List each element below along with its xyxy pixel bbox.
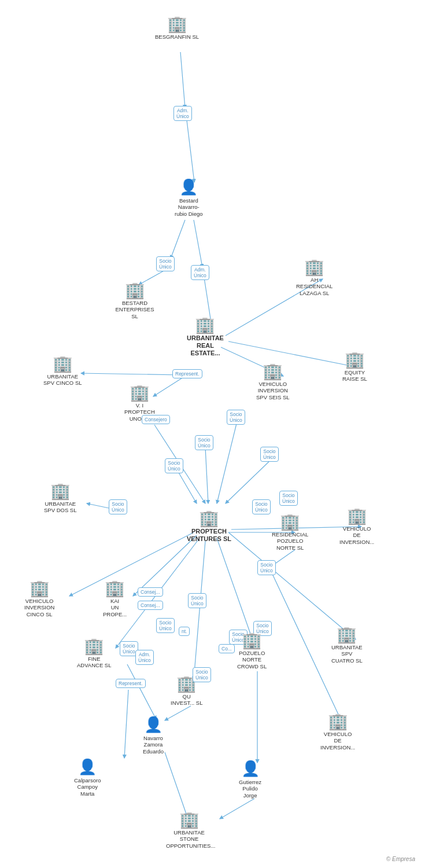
node-socio-unico-b: SocioÚnico: [156, 256, 175, 271]
building-icon-urbanitae-re: 🏢: [195, 317, 215, 333]
svg-line-22: [194, 541, 205, 680]
building-icon-urbanitae-cinco: 🏢: [53, 356, 73, 372]
label-urbanitae-cinco: URBANITAESPV CINCO SL: [43, 373, 82, 387]
node-socio-unico-2: SocioÚnico: [195, 435, 213, 450]
node-socio-unico-u2: SocioÚnico: [109, 499, 127, 514]
label-equity-raise: EQUITYRAISE SL: [342, 369, 367, 382]
node-besgranfin: 🏢 BESGRANFIN SL: [155, 16, 199, 40]
building-icon-kai-un: 🏢: [105, 580, 125, 597]
node-kai-un: 🏢 KAIUNPROPE...: [103, 580, 127, 617]
building-icon-vehiculo-inv-d: 🏢: [347, 508, 367, 524]
building-icon-equity: 🏢: [345, 352, 365, 368]
node-residencial-poz: 🏢 RESIDENCIALPOZUELONORTE SL: [272, 514, 308, 551]
graph-container: 🏢 BESGRANFIN SL Adm.Único 👤 BestardNavar…: [0, 0, 421, 868]
building-icon-urbanitae-cuatro: 🏢: [337, 627, 357, 643]
node-bestard-ent: 🏢 BESTARDENTERPRISES SL: [112, 282, 158, 319]
person-icon-navarro: 👤: [144, 716, 163, 734]
node-bestard-person: 👤 BestardNavarro-rubio Diego: [175, 178, 203, 217]
building-icon-besgranfin: 🏢: [167, 16, 187, 32]
badge-consejero: Consejero: [142, 415, 170, 424]
svg-line-30: [272, 573, 341, 720]
badge-socio-unico-u2: SocioÚnico: [109, 499, 127, 514]
badge-represent-1: Represent.: [172, 369, 202, 378]
building-icon-bestard-ent: 🏢: [125, 282, 145, 299]
node-calparsoro: 👤 CalparsoroCampoyMarta: [74, 758, 101, 797]
svg-line-0: [180, 52, 185, 108]
node-socio-unico-vs: SocioÚnico: [227, 410, 245, 425]
svg-line-29: [220, 799, 254, 819]
building-icon-pozuelo-crowd: 🏢: [242, 632, 262, 649]
node-pozuelo-crowd: 🏢 POZUELONORTECROWD SL: [237, 632, 267, 670]
node-co-label: Co...: [219, 644, 235, 653]
label-gutierrez: GutierrezPulidoJorge: [239, 779, 261, 799]
label-vehiculo-inv-e: VEHICULODEINVERSION...: [320, 731, 355, 751]
label-navarro-zamora: NavarroZamoraEduardo: [143, 735, 164, 755]
node-ah-residencial: 🏢 AHRESIDENCIALLAZAGA SL: [296, 259, 333, 296]
building-icon-residencial-poz: 🏢: [280, 514, 300, 530]
node-urbanitae-cinco: 🏢 URBANITAESPV CINCO SL: [43, 356, 82, 387]
label-bestard-ent: BESTARDENTERPRISES SL: [112, 300, 158, 319]
label-fine-advance: FINEADVANCE SL: [77, 656, 111, 669]
svg-line-27: [124, 690, 128, 758]
person-icon-calparsoro: 👤: [78, 758, 97, 776]
label-urbanitae-spv2: URBANITAESPV DOS SL: [44, 501, 77, 514]
node-socio-unico-eq: SocioÚnico: [260, 447, 279, 462]
svg-line-7: [228, 341, 359, 367]
person-icon-bestard: 👤: [179, 178, 198, 196]
node-socio-qu: SocioÚnico: [193, 667, 211, 682]
badge-adm-unico-1: Adm.Único: [173, 106, 192, 121]
svg-line-2: [171, 220, 185, 259]
label-ah-residencial: AHRESIDENCIALLAZAGA SL: [296, 277, 333, 296]
node-proptech-ventures: 🏢 PROPTECHVENTURES SL: [187, 510, 231, 543]
badge-socio-unico-rp: SocioÚnico: [257, 560, 276, 575]
svg-line-12: [217, 421, 237, 503]
svg-line-28: [165, 752, 188, 819]
badge-nt: nt.: [179, 627, 190, 636]
building-icon-proptech: 🏢: [199, 510, 219, 527]
node-consejero: Consejero: [142, 415, 170, 424]
node-navarro-zamora: 👤 NavarroZamoraEduardo: [143, 716, 164, 755]
label-urbanitae-stone: URBANITAESTONEOPPORTUNITIES...: [166, 829, 212, 849]
building-icon-ah: 🏢: [304, 259, 324, 275]
badge-consej-2: Consej...: [138, 601, 163, 610]
node-adm-fa: Adm.Único: [135, 650, 154, 665]
badge-socio-unico-2: SocioÚnico: [195, 435, 213, 450]
label-proptech-ventures: PROPTECHVENTURES SL: [187, 528, 231, 543]
person-icon-gutierrez: 👤: [241, 760, 260, 778]
svg-line-15: [226, 459, 272, 503]
badge-adm-fa: Adm.Único: [135, 650, 154, 665]
node-vehiculo-inv-d: 🏢 VEHICULODEINVERSION...: [339, 508, 374, 545]
copyright: © Empresa: [386, 856, 415, 862]
node-vehiculo-seis: 🏢 VEHICULOINVERSIONSPV SEIS SL: [256, 363, 290, 400]
node-adm-unico-1: Adm.Único: [173, 106, 192, 121]
label-besgranfin: BESGRANFIN SL: [155, 34, 199, 40]
building-icon-vehiculo-inv-e: 🏢: [328, 713, 348, 730]
building-icon-urbanitae-stone: 🏢: [179, 812, 200, 828]
badge-represent-fa: Represent.: [116, 679, 146, 688]
node-consej-2: Consej...: [138, 601, 163, 610]
badge-socio-unico-k2: SocioÚnico: [156, 618, 175, 633]
badge-socio-unico-vs: SocioÚnico: [227, 410, 245, 425]
label-urbanitae-cuatro: URBANITAESPVCUATRO SL: [331, 644, 363, 664]
badge-socio-unico-k: SocioÚnico: [188, 593, 206, 608]
node-consej-1: Consej...: [138, 587, 163, 597]
node-urbanitae-stone: 🏢 URBANITAESTONEOPPORTUNITIES...: [166, 812, 212, 849]
svg-line-26: [127, 664, 156, 719]
building-icon-vi-proptech: 🏢: [130, 385, 150, 401]
node-socio-unico-pv: SocioÚnico: [252, 499, 271, 514]
building-icon-fine-advance: 🏢: [84, 638, 104, 654]
badge-socio-unico-pv2: SocioÚnico: [279, 491, 298, 506]
node-socio-unico-pv2: SocioÚnico: [279, 491, 298, 506]
label-pozuelo-crowd: POZUELONORTECROWD SL: [237, 650, 267, 670]
label-calparsoro: CalparsoroCampoyMarta: [74, 777, 101, 797]
svg-line-13: [205, 447, 208, 503]
node-vehiculo-cinco: 🏢 VEHICULOINVERSIONCINCO SL: [24, 580, 54, 617]
node-socio-unico-3: SocioÚnico: [165, 458, 183, 473]
svg-line-9: [81, 373, 182, 375]
svg-line-32: [165, 706, 191, 720]
node-gutierrez: 👤 GutierrezPulidoJorge: [239, 760, 261, 799]
badge-adm-unico-b2: Adm.Único: [191, 265, 209, 280]
svg-line-1: [187, 120, 194, 182]
label-vehiculo-inv-d: VEHICULODEINVERSION...: [339, 525, 374, 545]
label-vehiculo-cinco: VEHICULOINVERSIONCINCO SL: [24, 598, 54, 617]
